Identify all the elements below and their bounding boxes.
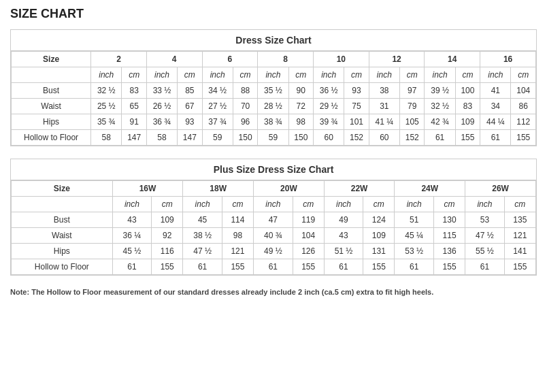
dress-unit-2-inch: inch (91, 67, 122, 83)
plus-chart-title: Plus Size Dress Size Chart (11, 159, 536, 180)
cell: 98 (222, 228, 253, 244)
cell: 150 (288, 130, 313, 146)
cell: 147 (178, 130, 202, 146)
cell: 92 (152, 228, 183, 244)
cell: 155 (363, 259, 395, 275)
row-label: Hollow to Floor (12, 130, 91, 146)
plus-unit-24w-inch: inch (395, 197, 434, 212)
cell: 61 (254, 259, 293, 275)
cell: 61 (324, 259, 363, 275)
plus-size-22w: 22W (324, 181, 395, 197)
page-title: SIZE CHART (10, 7, 537, 21)
plus-unit-20w-cm: cm (293, 197, 324, 212)
plus-size-18w: 18W (183, 181, 254, 197)
cell: 147 (122, 130, 146, 146)
cell: 152 (344, 130, 369, 146)
table-row: Waist25 ½6526 ½6727 ½7028 ½7229 ½7531793… (12, 99, 536, 114)
cell: 58 (91, 130, 122, 146)
plus-unit-16w-cm: cm (152, 197, 183, 212)
plus-unit-24w-cm: cm (433, 197, 465, 212)
cell: 150 (233, 130, 257, 146)
cell: 38 ½ (183, 228, 222, 244)
plus-size-16w: 16W (112, 181, 183, 197)
cell: 86 (511, 99, 536, 114)
cell: 61 (465, 259, 505, 275)
cell: 98 (288, 114, 313, 130)
cell: 155 (433, 259, 465, 275)
row-label: Bust (12, 212, 113, 228)
cell: 32 ½ (91, 83, 122, 99)
plus-size-20w: 20W (254, 181, 325, 197)
plus-unit-22w-cm: cm (363, 197, 395, 212)
cell: 42 ¾ (425, 114, 455, 130)
plus-unit-26w-cm: cm (504, 197, 535, 212)
cell: 97 (400, 83, 425, 99)
cell: 35 ½ (258, 83, 288, 99)
plus-unit-18w-inch: inch (183, 197, 222, 212)
cell: 155 (152, 259, 183, 275)
cell: 115 (433, 228, 465, 244)
cell: 53 (465, 212, 505, 228)
cell: 59 (202, 130, 233, 146)
cell: 61 (425, 130, 455, 146)
cell: 36 ½ (313, 83, 344, 99)
cell: 61 (480, 130, 511, 146)
cell: 126 (293, 244, 324, 259)
cell: 155 (455, 130, 480, 146)
cell: 124 (363, 212, 395, 228)
dress-unit-12-inch: inch (369, 67, 399, 83)
cell: 72 (288, 99, 313, 114)
cell: 109 (455, 114, 480, 130)
cell: 43 (112, 212, 152, 228)
cell: 51 (395, 212, 434, 228)
dress-size-12: 12 (369, 52, 425, 67)
dress-unit-2-cm: cm (122, 67, 146, 83)
dress-size-6: 6 (202, 52, 258, 67)
cell: 121 (504, 228, 535, 244)
cell: 26 ½ (146, 99, 177, 114)
dress-size-14: 14 (425, 52, 480, 67)
dress-unit-4-inch: inch (146, 67, 177, 83)
row-label: Waist (12, 228, 113, 244)
cell: 114 (222, 212, 253, 228)
cell: 61 (183, 259, 222, 275)
row-label: Waist (12, 99, 91, 114)
cell: 75 (344, 99, 369, 114)
plus-table: Size 16W 18W 20W 22W 24W 26W inch cm inc… (11, 180, 536, 275)
cell: 105 (400, 114, 425, 130)
cell: 155 (222, 259, 253, 275)
cell: 155 (511, 130, 536, 146)
cell: 67 (178, 99, 202, 114)
cell: 45 ¼ (395, 228, 434, 244)
cell: 109 (363, 228, 395, 244)
cell: 88 (233, 83, 257, 99)
dress-unit-8-cm: cm (288, 67, 313, 83)
cell: 34 ½ (202, 83, 233, 99)
dress-size-2: 2 (91, 52, 147, 67)
dress-size-label: Size (12, 52, 91, 67)
dress-size-16: 16 (480, 52, 536, 67)
cell: 59 (258, 130, 288, 146)
dress-unit-6-inch: inch (202, 67, 233, 83)
cell: 155 (504, 259, 535, 275)
cell: 135 (504, 212, 535, 228)
cell: 49 ½ (254, 244, 293, 259)
plus-unit-empty (12, 197, 113, 212)
table-row: Hollow to Floor5814758147591505915060152… (12, 130, 536, 146)
row-label: Hips (12, 244, 113, 259)
cell: 47 (254, 212, 293, 228)
cell: 45 (183, 212, 222, 228)
cell: 58 (146, 130, 177, 146)
plus-size-chart: Plus Size Dress Size Chart Size 16W 18W … (10, 159, 537, 276)
cell: 49 (324, 212, 363, 228)
cell: 65 (122, 99, 146, 114)
table-row: Bust32 ½8333 ½8534 ½8835 ½9036 ½93389739… (12, 83, 536, 99)
cell: 43 (324, 228, 363, 244)
dress-table: Size 2 4 6 8 10 12 14 16 inch cm inch cm… (11, 51, 536, 146)
row-label: Bust (12, 83, 91, 99)
cell: 37 ¾ (202, 114, 233, 130)
cell: 83 (122, 83, 146, 99)
plus-size-26w: 26W (465, 181, 536, 197)
cell: 39 ½ (425, 83, 455, 99)
dress-unit-empty (12, 67, 91, 83)
